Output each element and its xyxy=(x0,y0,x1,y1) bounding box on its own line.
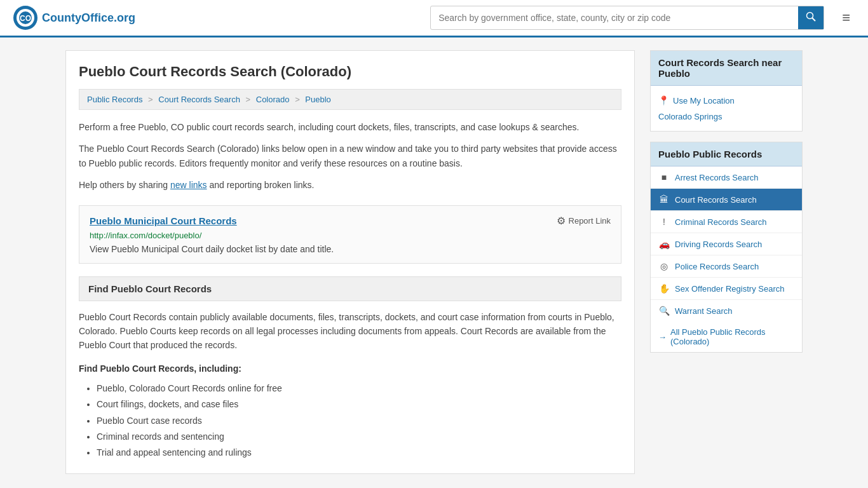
logo-text: CountyOffice.org xyxy=(42,11,135,25)
search-input[interactable] xyxy=(431,8,798,28)
search-bar xyxy=(430,6,824,30)
record-url[interactable]: http://infax.com/docket/pueblo/ xyxy=(90,231,611,240)
sidebar-link-icon: 🏛 xyxy=(658,194,670,205)
record-title[interactable]: Pueblo Municipal Court Records xyxy=(90,215,237,226)
svg-line-5 xyxy=(812,18,815,21)
sidebar-record-link[interactable]: ◎Police Records Search xyxy=(651,255,802,278)
find-section-subheading: Find Pueblo Court Records, including: xyxy=(79,362,621,376)
menu-button[interactable]: ≡ xyxy=(837,7,855,29)
sidebar-link-icon: ■ xyxy=(658,172,670,182)
sidebar-link-label: Arrest Records Search xyxy=(675,173,759,182)
sidebar-link-label: Warrant Search xyxy=(675,306,733,316)
breadcrumb-colorado[interactable]: Colorado xyxy=(256,95,290,104)
sidebar-link-label: Driving Records Search xyxy=(675,240,762,249)
report-link-label: Report Link xyxy=(569,216,611,226)
find-section: Find Pueblo Court Records Pueblo Court R… xyxy=(79,276,621,461)
all-records-link[interactable]: → All Pueblo Public Records (Colorado) xyxy=(651,322,802,352)
header: CO CountyOffice.org ≡ xyxy=(0,0,868,37)
use-my-location-link[interactable]: Use My Location xyxy=(673,96,735,105)
sidebar-record-link[interactable]: ■Arrest Records Search xyxy=(651,166,802,189)
description-1: Perform a free Pueblo, CO public court r… xyxy=(79,120,621,134)
logo[interactable]: CO CountyOffice.org xyxy=(13,5,135,30)
use-my-location-item[interactable]: 📍 Use My Location xyxy=(658,92,794,109)
sidebar-link-icon: ! xyxy=(658,217,670,227)
logo-icon: CO xyxy=(13,5,38,30)
breadcrumb-sep-3: > xyxy=(295,95,300,104)
breadcrumb-sep-2: > xyxy=(246,95,251,104)
sidebar-link-icon: ◎ xyxy=(658,261,670,271)
record-description: View Pueblo Municipal Court daily docket… xyxy=(90,244,611,254)
sidebar-record-link[interactable]: !Criminal Records Search xyxy=(651,211,802,233)
svg-text:CO: CO xyxy=(20,14,31,23)
colorado-springs-link[interactable]: Colorado Springs xyxy=(658,112,722,121)
find-section-paragraph: Pueblo Court Records contain publicly av… xyxy=(79,310,621,353)
sidebar-link-label: Police Records Search xyxy=(675,262,759,271)
report-link-button[interactable]: ⚙ Report Link xyxy=(557,215,611,227)
list-item: Pueblo, Colorado Court Records online fo… xyxy=(97,381,621,396)
sidebar-link-icon: 🔍 xyxy=(658,306,670,316)
nearby-widget-body: 📍 Use My Location Colorado Springs xyxy=(651,86,802,131)
breadcrumb-public-records[interactable]: Public Records xyxy=(87,95,142,104)
breadcrumb-sep-1: > xyxy=(148,95,153,104)
sidebar-record-link[interactable]: 🏛Court Records Search xyxy=(651,189,802,211)
record-entry: Pueblo Municipal Court Records ⚙ Report … xyxy=(79,205,621,264)
search-button[interactable] xyxy=(798,6,824,29)
sidebar-link-label: Sex Offender Registry Search xyxy=(675,284,784,294)
main-layout: Pueblo Court Records Search (Colorado) P… xyxy=(53,37,815,488)
list-item: Pueblo Court case records xyxy=(97,413,621,429)
sidebar-record-link[interactable]: ✋Sex Offender Registry Search xyxy=(651,278,802,300)
pueblo-records-widget: Pueblo Public Records ■Arrest Records Se… xyxy=(650,142,803,353)
find-section-header: Find Pueblo Court Records xyxy=(79,276,621,301)
description-2: The Pueblo Court Records Search (Colorad… xyxy=(79,142,621,170)
nearby-widget-header: Court Records Search near Pueblo xyxy=(651,51,802,86)
sidebar-link-icon: ✋ xyxy=(658,283,670,294)
content-area: Pueblo Court Records Search (Colorado) P… xyxy=(65,50,635,474)
sidebar-record-link[interactable]: 🚗Driving Records Search xyxy=(651,233,802,255)
description-3: Help others by sharing new links and rep… xyxy=(79,178,621,192)
sidebar-record-link[interactable]: 🔍Warrant Search xyxy=(651,300,802,322)
list-item: Court filings, dockets, and case files xyxy=(97,396,621,412)
new-links-link[interactable]: new links xyxy=(170,180,207,190)
record-header: Pueblo Municipal Court Records ⚙ Report … xyxy=(90,215,611,227)
find-section-list: Pueblo, Colorado Court Records online fo… xyxy=(79,381,621,461)
location-pin-icon: 📍 xyxy=(658,95,669,105)
page-title: Pueblo Court Records Search (Colorado) xyxy=(79,64,621,80)
pueblo-records-header: Pueblo Public Records xyxy=(651,142,802,166)
nearby-widget: Court Records Search near Pueblo 📍 Use M… xyxy=(650,50,803,132)
sidebar-link-label: Criminal Records Search xyxy=(675,217,767,227)
all-records-label: All Pueblo Public Records (Colorado) xyxy=(670,327,794,346)
sidebar-link-label: Court Records Search xyxy=(675,195,757,205)
arrow-icon: → xyxy=(658,332,667,342)
breadcrumb-court-records[interactable]: Court Records Search xyxy=(158,95,240,104)
report-link-icon: ⚙ xyxy=(557,215,566,227)
search-icon xyxy=(806,11,816,22)
list-item: Criminal records and sentencing xyxy=(97,429,621,445)
colorado-springs-item[interactable]: Colorado Springs xyxy=(658,109,794,125)
breadcrumb-pueblo[interactable]: Pueblo xyxy=(305,95,330,104)
sidebar-links: ■Arrest Records Search🏛Court Records Sea… xyxy=(651,166,802,322)
sidebar-link-icon: 🚗 xyxy=(658,239,670,249)
sidebar: Court Records Search near Pueblo 📍 Use M… xyxy=(650,50,803,474)
list-item: Trial and appeal sentencing and rulings xyxy=(97,445,621,461)
breadcrumb: Public Records > Court Records Search > … xyxy=(79,89,621,110)
